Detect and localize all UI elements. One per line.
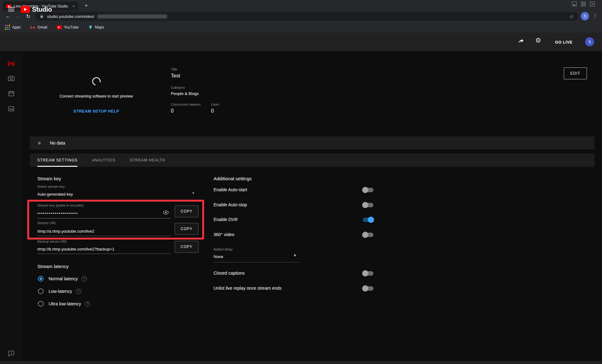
status-text: No data: [50, 140, 65, 145]
toggle-enable-auto-stop[interactable]: [363, 203, 373, 207]
feedback-button[interactable]: [0, 346, 22, 360]
help-icon[interactable]: ?: [85, 301, 90, 307]
backup-url-value: rtmp://b.rtmp.youtube.com/live2?backup=1: [37, 247, 114, 251]
browser-profile-avatar[interactable]: S: [581, 12, 589, 20]
help-icon[interactable]: ?: [82, 276, 87, 282]
sidebar-item-manage[interactable]: [0, 87, 22, 100]
feedback-icon: [8, 350, 15, 357]
backup-url-underline: [37, 254, 171, 254]
additional-settings-heading: Additional settings: [214, 176, 252, 181]
tab-analytics[interactable]: ANALYTICS: [92, 158, 115, 167]
toggle-360-video[interactable]: [363, 233, 373, 237]
gear-icon[interactable]: ⚙: [535, 37, 541, 44]
tab-stream-settings[interactable]: STREAM SETTINGS: [37, 158, 77, 167]
status-bar: No data: [30, 136, 594, 150]
chevron-down-icon[interactable]: ▾: [294, 253, 296, 258]
studio-avatar[interactable]: S: [585, 37, 594, 46]
radio-icon[interactable]: [38, 288, 44, 294]
toggle-enable-dvr[interactable]: [363, 218, 373, 222]
backup-url-label: Backup server URL: [37, 240, 67, 243]
sidebar-item-media[interactable]: [0, 102, 22, 116]
radio-label: Ultra low-latency: [49, 301, 81, 306]
bookmark-gmail[interactable]: Gmail: [30, 25, 47, 29]
stream-url-value: rtmp://a.rtmp.youtube.com/live2: [37, 229, 94, 234]
lock-icon: [40, 14, 44, 18]
chevron-down-icon[interactable]: ▾: [192, 191, 194, 195]
radio-low-latency[interactable]: Low-latency ?: [38, 288, 81, 294]
radio-icon[interactable]: [38, 301, 44, 307]
sidebar-item-webcam[interactable]: [0, 71, 22, 85]
bookmarks-bar: Apps Gmail YouTube Maps: [0, 22, 602, 33]
settings-tabs: STREAM SETTINGS ANALYTICS STREAM HEALTH: [30, 154, 594, 167]
youtube-logo-icon: [21, 6, 30, 13]
new-tab-button[interactable]: +: [82, 2, 90, 10]
bookmark-label: Gmail: [37, 25, 47, 29]
copy-stream-key-button[interactable]: COPY: [175, 205, 198, 217]
toggle-enable-auto-start[interactable]: [363, 188, 373, 192]
title-label: Title: [171, 67, 177, 71]
hamburger-menu-icon[interactable]: [8, 7, 14, 11]
address-bar[interactable]: studio.youtube.com/video/ ☆: [35, 12, 578, 21]
browser-tab-strip: Live streaming - YouTube Studio × + ×: [0, 0, 602, 11]
stream-key-heading: Stream key: [37, 176, 61, 181]
camera-icon: [8, 75, 15, 82]
stream-title: Test: [171, 73, 180, 79]
youtube-icon: [57, 25, 62, 29]
redacted-url-segment: [98, 14, 167, 18]
studio-logo-text: Studio: [32, 6, 52, 13]
radio-normal-latency[interactable]: Normal latency ?: [38, 276, 87, 282]
maximize-button[interactable]: [581, 2, 586, 6]
added-delay-underline: [214, 262, 299, 262]
stream-key-masked-value: •••••••••••••••••••••: [37, 211, 78, 216]
browser-menu-icon[interactable]: ⋮: [592, 13, 598, 18]
bookmark-apps[interactable]: Apps: [5, 25, 21, 30]
back-icon[interactable]: ←: [3, 13, 13, 19]
share-icon[interactable]: [517, 38, 525, 46]
stream-key-select[interactable]: Auto-generated key: [37, 192, 73, 197]
live-broadcast-icon: [7, 60, 15, 68]
radio-icon[interactable]: [38, 276, 44, 282]
bookmark-label: Maps: [95, 25, 104, 29]
bottom-edge: [0, 361, 602, 364]
sidebar-item-stream[interactable]: [0, 57, 22, 71]
bookmark-youtube[interactable]: YouTube: [57, 25, 79, 29]
minimize-button[interactable]: [572, 2, 577, 6]
added-delay-label: Added delay: [214, 247, 233, 251]
bookmark-star-icon[interactable]: ☆: [569, 13, 574, 19]
page: Live streaming - YouTube Studio × + × ← …: [0, 0, 602, 364]
category-value: People & Blogs: [171, 91, 199, 96]
radio-ultra-low-latency[interactable]: Ultra low-latency ?: [38, 301, 90, 307]
tab-stream-health[interactable]: STREAM HEALTH: [130, 158, 165, 167]
viewers-value: 0: [171, 108, 174, 114]
copy-backup-url-button[interactable]: COPY: [175, 241, 198, 253]
tab-close-icon[interactable]: ×: [71, 4, 75, 8]
go-live-button[interactable]: GO LIVE: [555, 40, 573, 45]
gmail-icon: [30, 25, 35, 29]
bookmark-label: Apps: [12, 25, 21, 29]
media-icon: [8, 105, 15, 113]
reload-icon[interactable]: ↻: [23, 13, 33, 20]
bookmark-maps[interactable]: Maps: [88, 25, 104, 30]
toggle-unlist-replay[interactable]: [363, 286, 373, 291]
added-delay-select[interactable]: None: [214, 254, 223, 259]
forward-icon[interactable]: →: [13, 13, 23, 19]
edit-button[interactable]: EDIT: [564, 67, 587, 79]
eye-icon: [163, 210, 169, 215]
stream-setup-help-link[interactable]: STREAM SETUP HELP: [34, 109, 159, 113]
copy-stream-url-button[interactable]: COPY: [175, 223, 198, 235]
loading-spinner: [91, 76, 102, 87]
studio-header: [0, 33, 602, 51]
category-label: Category: [171, 86, 185, 89]
stream-key-field-label: Stream key (paste in encoder): [37, 203, 83, 207]
likes-value: 0: [211, 108, 214, 114]
status-dot-icon: [38, 142, 41, 145]
apps-grid-icon: [5, 25, 10, 30]
help-icon[interactable]: ?: [76, 289, 81, 294]
closed-captions-label: Closed captions: [214, 271, 245, 276]
close-window-button[interactable]: ×: [590, 2, 595, 6]
radio-label: Low-latency: [49, 289, 72, 294]
studio-logo[interactable]: Studio: [21, 6, 52, 13]
reveal-key-button[interactable]: [163, 210, 169, 216]
toggle-closed-captions[interactable]: [363, 271, 373, 276]
stream-latency-heading: Stream latency: [37, 264, 69, 269]
